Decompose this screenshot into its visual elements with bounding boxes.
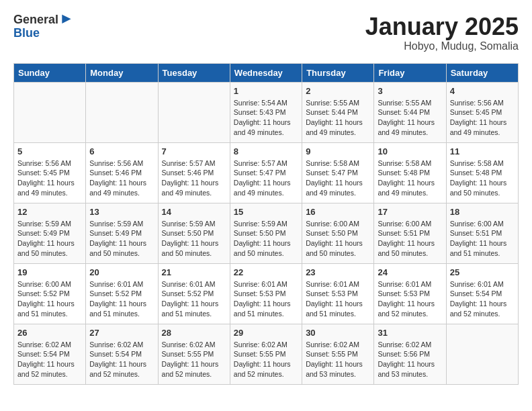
day-number: 13 <box>89 207 154 217</box>
calendar-cell: 14Sunrise: 5:59 AM Sunset: 5:50 PM Dayli… <box>158 203 230 263</box>
day-info: Sunrise: 6:01 AM Sunset: 5:52 PM Dayligh… <box>89 279 154 319</box>
day-info: Sunrise: 6:00 AM Sunset: 5:51 PM Dayligh… <box>378 219 442 259</box>
day-info: Sunrise: 5:58 AM Sunset: 5:48 PM Dayligh… <box>378 158 442 198</box>
day-number: 4 <box>450 86 515 96</box>
weekday-header: Monday <box>86 63 158 82</box>
day-number: 30 <box>306 328 370 338</box>
day-number: 10 <box>378 146 442 156</box>
calendar-cell: 27Sunrise: 6:02 AM Sunset: 5:54 PM Dayli… <box>86 324 158 384</box>
day-info: Sunrise: 5:59 AM Sunset: 5:49 PM Dayligh… <box>17 219 82 259</box>
day-info: Sunrise: 5:59 AM Sunset: 5:49 PM Dayligh… <box>89 219 154 259</box>
calendar-cell: 21Sunrise: 6:01 AM Sunset: 5:52 PM Dayli… <box>158 263 230 324</box>
weekday-header: Friday <box>374 63 446 82</box>
logo-blue: Blue <box>13 27 73 40</box>
weekday-header: Sunday <box>14 63 86 82</box>
calendar-cell <box>446 324 518 384</box>
calendar-week-row: 5Sunrise: 5:56 AM Sunset: 5:45 PM Daylig… <box>14 142 519 203</box>
calendar-cell: 16Sunrise: 6:00 AM Sunset: 5:50 PM Dayli… <box>302 203 374 263</box>
month-title: January 2025 <box>365 13 519 40</box>
day-info: Sunrise: 6:01 AM Sunset: 5:53 PM Dayligh… <box>234 279 298 319</box>
calendar-cell: 13Sunrise: 5:59 AM Sunset: 5:49 PM Dayli… <box>86 203 158 263</box>
calendar-cell: 18Sunrise: 6:00 AM Sunset: 5:51 PM Dayli… <box>446 203 518 263</box>
calendar-cell: 26Sunrise: 6:02 AM Sunset: 5:54 PM Dayli… <box>14 324 86 384</box>
calendar-table: SundayMondayTuesdayWednesdayThursdayFrid… <box>13 63 519 385</box>
calendar-cell: 20Sunrise: 6:01 AM Sunset: 5:52 PM Dayli… <box>86 263 158 324</box>
calendar-cell: 10Sunrise: 5:58 AM Sunset: 5:48 PM Dayli… <box>374 142 446 203</box>
day-info: Sunrise: 6:02 AM Sunset: 5:54 PM Dayligh… <box>89 340 154 379</box>
day-info: Sunrise: 5:59 AM Sunset: 5:50 PM Dayligh… <box>162 219 226 259</box>
day-number: 9 <box>306 146 370 156</box>
day-number: 11 <box>450 146 515 156</box>
calendar-cell: 25Sunrise: 6:01 AM Sunset: 5:54 PM Dayli… <box>446 263 518 324</box>
logo-text: General Blue <box>13 13 73 40</box>
calendar-cell: 9Sunrise: 5:58 AM Sunset: 5:47 PM Daylig… <box>302 142 374 203</box>
calendar-cell: 15Sunrise: 5:59 AM Sunset: 5:50 PM Dayli… <box>230 203 302 263</box>
calendar-week-row: 19Sunrise: 6:00 AM Sunset: 5:52 PM Dayli… <box>14 263 519 324</box>
day-number: 26 <box>17 328 82 338</box>
calendar-cell: 12Sunrise: 5:59 AM Sunset: 5:49 PM Dayli… <box>14 203 86 263</box>
day-info: Sunrise: 5:59 AM Sunset: 5:50 PM Dayligh… <box>234 219 298 259</box>
day-number: 24 <box>378 267 442 277</box>
day-info: Sunrise: 6:02 AM Sunset: 5:55 PM Dayligh… <box>234 340 298 379</box>
day-number: 16 <box>306 207 370 217</box>
day-info: Sunrise: 6:00 AM Sunset: 5:52 PM Dayligh… <box>17 279 82 319</box>
day-number: 28 <box>162 328 226 338</box>
day-number: 27 <box>89 328 154 338</box>
day-number: 5 <box>17 146 82 156</box>
calendar-cell: 30Sunrise: 6:02 AM Sunset: 5:55 PM Dayli… <box>302 324 374 384</box>
calendar-cell: 24Sunrise: 6:01 AM Sunset: 5:53 PM Dayli… <box>374 263 446 324</box>
day-info: Sunrise: 5:57 AM Sunset: 5:47 PM Dayligh… <box>234 158 298 198</box>
day-number: 17 <box>378 207 442 217</box>
day-number: 23 <box>306 267 370 277</box>
day-info: Sunrise: 6:00 AM Sunset: 5:50 PM Dayligh… <box>306 219 370 259</box>
calendar-cell: 22Sunrise: 6:01 AM Sunset: 5:53 PM Dayli… <box>230 263 302 324</box>
calendar-cell: 2Sunrise: 5:55 AM Sunset: 5:44 PM Daylig… <box>302 82 374 142</box>
day-number: 19 <box>17 267 82 277</box>
day-info: Sunrise: 6:00 AM Sunset: 5:51 PM Dayligh… <box>450 219 515 259</box>
day-number: 7 <box>162 146 226 156</box>
day-info: Sunrise: 6:02 AM Sunset: 5:55 PM Dayligh… <box>162 340 226 379</box>
day-info: Sunrise: 6:02 AM Sunset: 5:54 PM Dayligh… <box>17 340 82 379</box>
day-info: Sunrise: 5:54 AM Sunset: 5:43 PM Dayligh… <box>234 98 298 138</box>
day-number: 12 <box>17 207 82 217</box>
day-info: Sunrise: 6:01 AM Sunset: 5:53 PM Dayligh… <box>378 279 442 319</box>
day-number: 25 <box>450 267 515 277</box>
day-number: 6 <box>89 146 154 156</box>
weekday-header: Thursday <box>302 63 374 82</box>
calendar-cell: 11Sunrise: 5:58 AM Sunset: 5:48 PM Dayli… <box>446 142 518 203</box>
day-info: Sunrise: 5:55 AM Sunset: 5:44 PM Dayligh… <box>306 98 370 138</box>
logo-general: General <box>13 13 58 27</box>
day-number: 18 <box>450 207 515 217</box>
day-info: Sunrise: 5:56 AM Sunset: 5:45 PM Dayligh… <box>17 158 82 198</box>
calendar-cell: 4Sunrise: 5:56 AM Sunset: 5:45 PM Daylig… <box>446 82 518 142</box>
logo-flag-icon <box>60 13 73 27</box>
weekday-header: Wednesday <box>230 63 302 82</box>
page-header: General Blue January 2025 Hobyo, Mudug, … <box>13 13 519 52</box>
day-info: Sunrise: 5:56 AM Sunset: 5:46 PM Dayligh… <box>89 158 154 198</box>
day-info: Sunrise: 6:02 AM Sunset: 5:56 PM Dayligh… <box>378 340 442 379</box>
day-info: Sunrise: 6:01 AM Sunset: 5:54 PM Dayligh… <box>450 279 515 319</box>
calendar-week-row: 26Sunrise: 6:02 AM Sunset: 5:54 PM Dayli… <box>14 324 519 384</box>
day-info: Sunrise: 6:02 AM Sunset: 5:55 PM Dayligh… <box>306 340 370 379</box>
day-number: 20 <box>89 267 154 277</box>
day-info: Sunrise: 6:01 AM Sunset: 5:52 PM Dayligh… <box>162 279 226 319</box>
calendar-cell: 8Sunrise: 5:57 AM Sunset: 5:47 PM Daylig… <box>230 142 302 203</box>
title-block: January 2025 Hobyo, Mudug, Somalia <box>365 13 519 52</box>
calendar-cell: 17Sunrise: 6:00 AM Sunset: 5:51 PM Dayli… <box>374 203 446 263</box>
calendar-cell: 23Sunrise: 6:01 AM Sunset: 5:53 PM Dayli… <box>302 263 374 324</box>
calendar-cell: 7Sunrise: 5:57 AM Sunset: 5:46 PM Daylig… <box>158 142 230 203</box>
day-number: 14 <box>162 207 226 217</box>
day-number: 31 <box>378 328 442 338</box>
calendar-week-row: 1Sunrise: 5:54 AM Sunset: 5:43 PM Daylig… <box>14 82 519 142</box>
day-info: Sunrise: 6:01 AM Sunset: 5:53 PM Dayligh… <box>306 279 370 319</box>
day-number: 22 <box>234 267 298 277</box>
location: Hobyo, Mudug, Somalia <box>365 40 519 52</box>
weekday-header: Saturday <box>446 63 518 82</box>
calendar-cell: 19Sunrise: 6:00 AM Sunset: 5:52 PM Dayli… <box>14 263 86 324</box>
calendar-cell <box>86 82 158 142</box>
weekday-header-row: SundayMondayTuesdayWednesdayThursdayFrid… <box>14 63 519 82</box>
day-info: Sunrise: 5:55 AM Sunset: 5:44 PM Dayligh… <box>378 98 442 138</box>
calendar-cell: 3Sunrise: 5:55 AM Sunset: 5:44 PM Daylig… <box>374 82 446 142</box>
svg-marker-0 <box>62 15 71 24</box>
calendar-cell: 29Sunrise: 6:02 AM Sunset: 5:55 PM Dayli… <box>230 324 302 384</box>
